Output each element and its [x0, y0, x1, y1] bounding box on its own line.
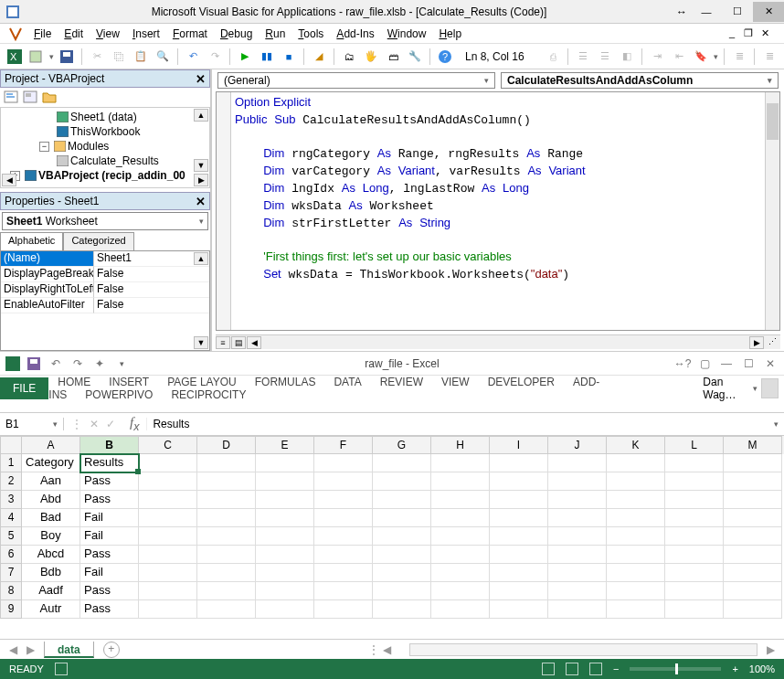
column-header[interactable]: G [373, 436, 431, 454]
cell[interactable] [139, 546, 197, 564]
cell[interactable] [256, 564, 314, 582]
touch-mode-icon[interactable]: ↔? [674, 355, 691, 372]
cell[interactable]: Boy [22, 527, 80, 546]
cell[interactable] [665, 546, 724, 564]
cell[interactable] [256, 472, 314, 491]
paste-icon[interactable]: 📋 [132, 48, 150, 66]
cell[interactable] [607, 527, 665, 546]
page-layout-view-icon[interactable] [566, 663, 578, 675]
column-header[interactable]: M [724, 436, 782, 454]
normal-view-icon[interactable] [542, 663, 555, 675]
cell[interactable] [256, 491, 314, 509]
tab-data[interactable]: DATA [324, 371, 370, 393]
cell[interactable] [197, 527, 256, 546]
cell[interactable] [314, 600, 373, 619]
cell[interactable] [431, 582, 490, 600]
column-header[interactable]: I [490, 436, 548, 454]
zoom-in-button[interactable]: + [732, 663, 737, 674]
qat-customize-caret[interactable]: ▾ [113, 355, 130, 372]
column-header[interactable]: A [22, 436, 80, 454]
code-vscroll[interactable] [765, 92, 779, 330]
tree-item[interactable]: Calculate_Results [3, 154, 207, 168]
cell[interactable]: Pass [80, 600, 139, 619]
close-button[interactable]: ✕ [753, 2, 784, 22]
property-row[interactable]: EnableAutoFilterFalse [1, 298, 209, 313]
cell[interactable] [256, 600, 314, 619]
toolbox-icon[interactable]: 🔧 [406, 48, 424, 66]
zoom-out-button[interactable]: − [613, 663, 619, 674]
cell[interactable] [490, 491, 548, 509]
user-account[interactable]: Dan Wag…▾ [697, 376, 784, 401]
qat-misc-icon[interactable]: ✦ [91, 355, 108, 372]
cell[interactable] [548, 582, 607, 600]
tree-scroll-left[interactable]: ◀ [2, 174, 16, 186]
cell[interactable] [607, 454, 665, 472]
worksheet-grid[interactable]: ABCDEFGHIJKLM 1CategoryResults2AanPass3A… [0, 436, 784, 639]
cell[interactable] [431, 491, 490, 509]
resize-handle-icon[interactable]: ↔ [673, 3, 691, 21]
properties-close-button[interactable]: ✕ [196, 195, 206, 208]
cell[interactable]: Pass [80, 546, 139, 564]
view-object-icon[interactable] [23, 90, 39, 105]
cell[interactable] [724, 472, 782, 491]
cell[interactable] [314, 527, 373, 546]
cell[interactable]: Pass [80, 491, 139, 509]
cell[interactable] [256, 546, 314, 564]
cell[interactable] [607, 564, 665, 582]
cell[interactable] [665, 600, 724, 619]
cell[interactable] [665, 509, 724, 527]
cell[interactable] [139, 472, 197, 491]
copy-icon[interactable]: ⿻ [110, 48, 128, 66]
tab-file[interactable]: FILE [0, 377, 48, 399]
qat-save-icon[interactable] [26, 355, 42, 372]
cell[interactable] [607, 582, 665, 600]
row-header[interactable]: 1 [0, 454, 22, 472]
cell[interactable] [490, 582, 548, 600]
cell[interactable] [256, 454, 314, 472]
cell[interactable] [197, 600, 256, 619]
formula-bar[interactable]: Results [146, 418, 768, 430]
cell[interactable] [665, 491, 724, 509]
cell[interactable]: Autr [22, 600, 80, 619]
break-icon[interactable]: ▮▮ [258, 48, 276, 66]
fill-handle[interactable] [135, 469, 141, 474]
cell[interactable] [665, 454, 724, 472]
mdi-minimize-button[interactable]: _ [726, 27, 738, 39]
maximize-button[interactable]: ☐ [722, 2, 753, 22]
column-header[interactable]: H [431, 436, 490, 454]
cell[interactable] [548, 546, 607, 564]
xl-maximize-button[interactable]: ☐ [740, 355, 757, 372]
tree-item[interactable]: −Modules [3, 139, 207, 154]
cell[interactable] [197, 564, 256, 582]
cell[interactable] [139, 454, 197, 472]
cell[interactable] [373, 582, 431, 600]
save-icon[interactable] [58, 48, 76, 66]
cell[interactable] [139, 600, 197, 619]
row-header[interactable]: 3 [0, 491, 22, 509]
cut-icon[interactable]: ✂ [88, 48, 106, 66]
cell[interactable] [548, 509, 607, 527]
cell[interactable] [548, 472, 607, 491]
column-header[interactable]: C [139, 436, 197, 454]
cell[interactable] [607, 600, 665, 619]
properties-icon[interactable]: 🖐 [362, 48, 380, 66]
column-header[interactable]: F [314, 436, 373, 454]
edit-tb-icon2[interactable]: ☰ [574, 48, 592, 66]
cell[interactable]: Pass [80, 582, 139, 600]
fx-enter-icon[interactable]: ✓ [106, 418, 115, 430]
cell[interactable] [197, 582, 256, 600]
tree-item[interactable]: +VBAProject (recip_addin_00 [3, 168, 207, 183]
cell[interactable] [490, 546, 548, 564]
menu-run[interactable]: Run [259, 26, 291, 42]
cell[interactable] [373, 527, 431, 546]
tree-scroll-down[interactable]: ▼ [194, 159, 208, 172]
row-header[interactable]: 9 [0, 600, 22, 619]
cell[interactable] [431, 454, 490, 472]
name-box[interactable]: B1 ▾ [0, 418, 64, 430]
outdent-icon[interactable]: ⇤ [670, 48, 688, 66]
cell[interactable] [373, 546, 431, 564]
run-icon[interactable]: ▶ [236, 48, 254, 66]
menu-window[interactable]: Window [381, 26, 433, 42]
macro-recorder-icon[interactable] [55, 663, 68, 675]
ribbon-options-icon[interactable]: ▢ [696, 355, 713, 372]
